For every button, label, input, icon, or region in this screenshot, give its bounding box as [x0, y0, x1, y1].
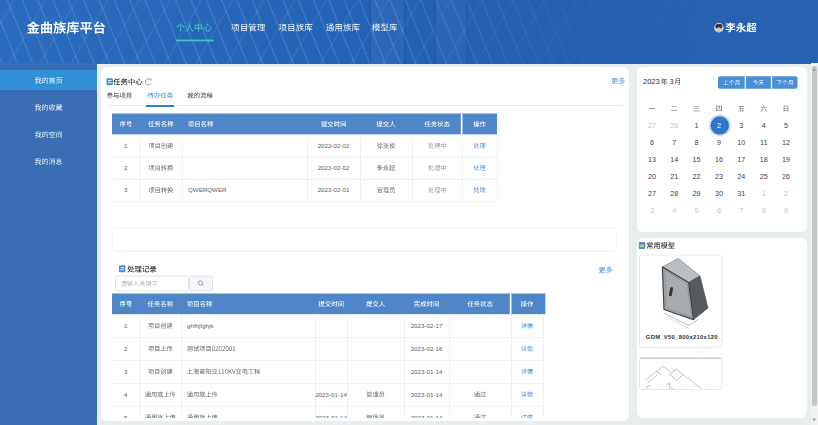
- svg-text:9: 9: [717, 138, 721, 147]
- svg-text:4: 4: [124, 391, 128, 398]
- svg-text:3: 3: [739, 121, 743, 130]
- svg-text:2023-01-14: 2023-01-14: [411, 368, 443, 375]
- svg-text:7: 7: [672, 138, 676, 147]
- svg-text:1: 1: [762, 189, 766, 198]
- svg-text:5: 5: [784, 121, 788, 130]
- svg-text:15: 15: [693, 155, 701, 164]
- svg-text:3: 3: [650, 206, 654, 215]
- svg-text:2023-02-16: 2023-02-16: [411, 345, 443, 352]
- svg-text:27: 27: [648, 121, 656, 130]
- svg-text:6: 6: [717, 206, 721, 215]
- svg-text:4: 4: [672, 206, 676, 215]
- svg-text:8: 8: [762, 206, 766, 215]
- svg-text:19: 19: [782, 155, 790, 164]
- svg-text:2: 2: [124, 164, 128, 171]
- svg-text:16: 16: [715, 155, 723, 164]
- svg-text:11: 11: [760, 138, 767, 147]
- svg-text:22: 22: [693, 172, 701, 181]
- svg-text:28: 28: [670, 189, 678, 198]
- svg-text:24: 24: [737, 172, 745, 181]
- svg-text:1: 1: [695, 121, 699, 130]
- svg-text:4: 4: [762, 121, 766, 130]
- svg-text:23: 23: [715, 172, 723, 181]
- svg-text:QWERQWER: QWERQWER: [188, 186, 227, 193]
- svg-text:2023-01-14: 2023-01-14: [315, 391, 347, 398]
- svg-text:10: 10: [737, 138, 745, 147]
- svg-text:14: 14: [670, 155, 678, 164]
- svg-text:2: 2: [124, 345, 128, 352]
- svg-text:2023-02-01: 2023-02-01: [318, 186, 350, 193]
- svg-text:5: 5: [124, 414, 128, 421]
- svg-text:2023-01-14: 2023-01-14: [315, 414, 347, 421]
- svg-text:2: 2: [784, 189, 788, 198]
- svg-text:9: 9: [784, 206, 788, 215]
- svg-text:13: 13: [648, 155, 656, 164]
- svg-text:30: 30: [715, 189, 723, 198]
- svg-text:2023-01-14: 2023-01-14: [411, 391, 443, 398]
- svg-text:20: 20: [648, 172, 656, 181]
- svg-text:12: 12: [782, 138, 790, 147]
- svg-text:ghfhjfghjk: ghfhjfghjk: [187, 322, 214, 329]
- svg-text:28: 28: [670, 121, 678, 130]
- svg-text:1: 1: [124, 142, 128, 149]
- svg-text:2023-02-02: 2023-02-02: [318, 142, 350, 149]
- svg-text:GDM_V50_800x210x120_: GDM_V50_800x210x120_: [646, 334, 722, 340]
- svg-text:8: 8: [695, 138, 699, 147]
- svg-text:2023-02-02: 2023-02-02: [318, 164, 350, 171]
- svg-text:3: 3: [124, 186, 128, 193]
- svg-text:3: 3: [124, 368, 128, 375]
- svg-text:2023-01-14: 2023-01-14: [411, 414, 443, 421]
- svg-text:6: 6: [650, 138, 654, 147]
- svg-text:31: 31: [737, 189, 745, 198]
- svg-text:21: 21: [670, 172, 678, 181]
- svg-text:5: 5: [695, 206, 699, 215]
- svg-text:18: 18: [760, 155, 768, 164]
- svg-text:27: 27: [648, 189, 656, 198]
- svg-text:3: 3: [670, 77, 674, 86]
- svg-text:26: 26: [782, 172, 790, 181]
- svg-text:17: 17: [737, 155, 745, 164]
- svg-text:2023-02-17: 2023-02-17: [411, 322, 443, 329]
- svg-text:25: 25: [760, 172, 768, 181]
- svg-text:2: 2: [717, 121, 721, 130]
- svg-text:7: 7: [739, 206, 743, 215]
- svg-text:2023: 2023: [643, 77, 660, 86]
- svg-text:29: 29: [693, 189, 701, 198]
- svg-text:1: 1: [124, 322, 128, 329]
